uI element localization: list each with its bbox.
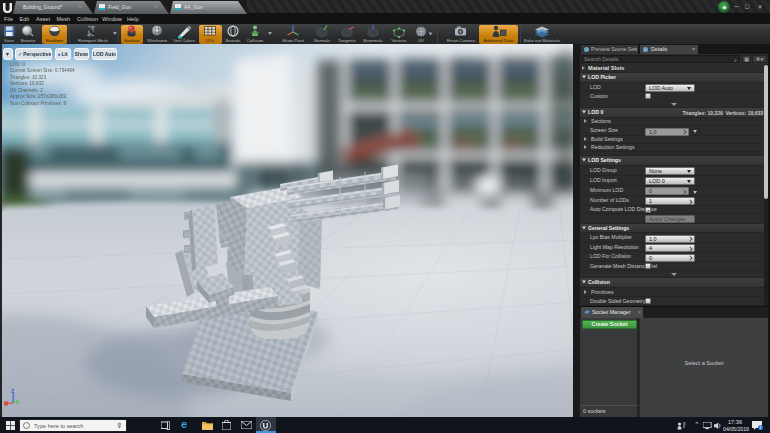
svg-text:z: z — [11, 387, 15, 394]
